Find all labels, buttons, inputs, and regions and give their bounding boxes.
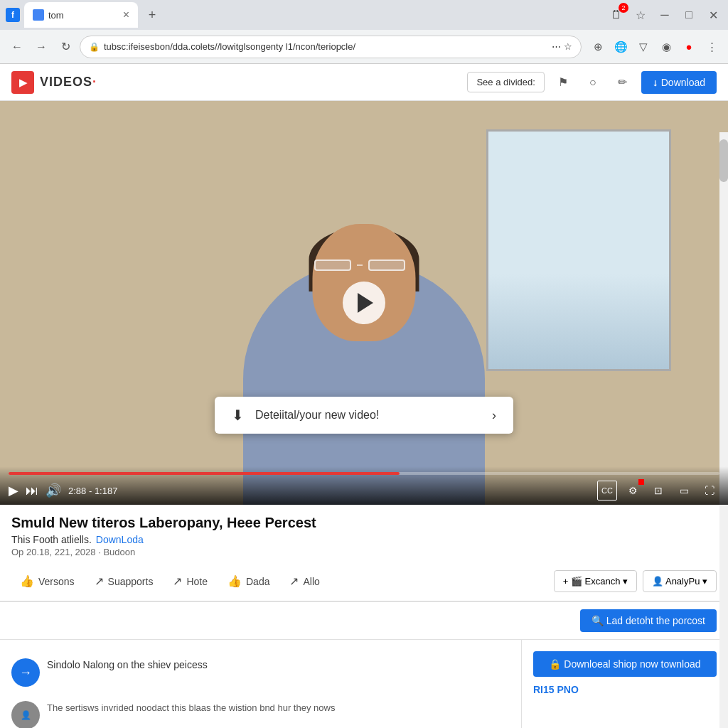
dada-label: Dada: [246, 576, 269, 587]
comment-avatar-2: 👤: [11, 701, 40, 728]
sidebar-tag: RI15 PNO: [533, 684, 717, 695]
videos-logo-icon: ▶: [11, 71, 34, 94]
versons-icon: 👍: [20, 574, 34, 588]
analytics-button[interactable]: 👤 AnalyPu ▾: [643, 570, 717, 592]
versons-label: Versons: [38, 576, 75, 587]
comment-item-2: 👤 The sertisws invrided noodact this bla…: [11, 694, 510, 728]
banner-arrow-icon: ›: [492, 408, 496, 423]
video-subtitle: This Footh atliells. DownLoda: [11, 534, 717, 545]
next-button[interactable]: ⏭: [26, 483, 38, 498]
circle-icon[interactable]: ◉: [657, 38, 675, 56]
logo-dot: ·: [92, 75, 97, 89]
header-download-button[interactable]: ↓ ↓ Download: [641, 71, 717, 94]
videos-header: ▶ VIDEOS· See a divided: ⚑ ○ ✏ ↓ ↓ Downl…: [0, 64, 728, 101]
action-allo[interactable]: ↗ Allo: [281, 569, 328, 594]
suapports-label: Suapports: [108, 576, 154, 587]
suapports-icon: ↗: [95, 574, 104, 588]
scrollbar-thumb[interactable]: [719, 139, 728, 182]
browser-tab[interactable]: tom ×: [24, 2, 138, 28]
browser-window-controls: 🗒 2 ☆ ─ □ ✕: [607, 6, 722, 24]
download-banner[interactable]: ⬇ Deteiital/your new video! ›: [215, 397, 513, 434]
person-glasses: [314, 259, 414, 272]
bookmark-icon[interactable]: ⋯: [552, 41, 561, 52]
sidebar-download-button[interactable]: 🔒 Downloeal shiop now townload: [533, 651, 717, 677]
forward-button[interactable]: →: [31, 37, 51, 57]
tab-favicon: [33, 9, 44, 21]
star-icon[interactable]: ☆: [564, 41, 572, 52]
sidebar-column: 🔒 Downloeal shiop now townload RI15 PNO: [522, 640, 728, 728]
settings-button[interactable]: ⚙: [623, 481, 643, 500]
notifications-button[interactable]: 🗒 2: [607, 6, 626, 24]
bottom-section: → Sindolo Nalong on the shiev peicess 👤 …: [0, 640, 728, 728]
load-porcost-button[interactable]: 🔍 Lad detoht the porcost: [580, 609, 717, 632]
filter-icon[interactable]: ▽: [634, 38, 653, 56]
comment-avatar-1: →: [11, 658, 40, 687]
page-content: ▶ VIDEOS· See a divided: ⚑ ○ ✏ ↓ ↓ Downl…: [0, 64, 728, 728]
videos-logo-text: VIDEOS·: [40, 75, 97, 90]
volume-button[interactable]: 🔊: [46, 483, 61, 498]
lock-icon: 🔒: [89, 42, 100, 52]
dada-icon: 👍: [228, 574, 242, 588]
banner-download-icon: ⬇: [232, 407, 244, 424]
browser-titlebar: f tom × + 🗒 2 ☆ ─ □ ✕: [0, 0, 728, 30]
new-tab-button[interactable]: +: [142, 5, 162, 25]
hote-icon: ↗: [173, 574, 182, 588]
back-button[interactable]: ←: [7, 37, 27, 57]
fullscreen-button[interactable]: ⛶: [700, 481, 719, 500]
load-button-row: 🔍 Lad detoht the porcost: [0, 602, 728, 640]
action-dada[interactable]: 👍 Dada: [219, 569, 278, 594]
video-meta: Op 20.18, 221, 2028 · Budoon: [11, 547, 717, 557]
comment-text-2: The sertisws invrided noodact this blaas…: [47, 701, 335, 714]
progress-bar-fill: [9, 472, 400, 475]
minimize-button[interactable]: ─: [655, 6, 674, 24]
tab-title: tom: [48, 10, 64, 21]
expand-button[interactable]: + 🎬 Excanch ▾: [554, 570, 637, 592]
address-bar-actions: ⋯ ☆: [552, 41, 572, 52]
bookmark-star-button[interactable]: ☆: [631, 6, 650, 24]
play-triangle-icon: [358, 293, 373, 313]
maximize-button[interactable]: □: [680, 6, 698, 24]
videos-logo: ▶ VIDEOS·: [11, 71, 97, 94]
allo-icon: ↗: [289, 574, 299, 588]
video-actions-row: 👍 Versons ↗ Suapports ↗ Hote 👍 Dada ↗ Al…: [0, 562, 728, 602]
progress-bar[interactable]: [9, 472, 719, 475]
action-right-buttons: + 🎬 Excanch ▾ 👤 AnalyPu ▾: [554, 570, 717, 592]
pencil-icon[interactable]: ✏: [611, 71, 634, 94]
video-container: ⬇ Deteiital/your new video! › ▶ ⏭ 🔊 2:88…: [0, 101, 728, 505]
hote-label: Hote: [186, 576, 208, 587]
refresh-button[interactable]: ↻: [55, 37, 75, 57]
browser-toolbar: ← → ↻ 🔒 tubsc:ifeisesbon/dda.colets//low…: [0, 30, 728, 64]
cc-button[interactable]: CC: [597, 481, 617, 500]
allo-label: Allo: [303, 576, 319, 587]
close-button[interactable]: ✕: [704, 6, 722, 24]
red-icon[interactable]: ●: [680, 38, 698, 56]
address-text: tubsc:ifeisesbon/dda.colets//lowitglsong…: [104, 41, 547, 52]
banner-text: Deteiital/your new video!: [255, 409, 481, 422]
menu-icon[interactable]: ⋮: [702, 38, 721, 56]
action-versons[interactable]: 👍 Versons: [11, 569, 83, 594]
video-title: Smuld New titeros Laberopany, Heee Perce…: [11, 515, 717, 531]
circle-outline-icon[interactable]: ○: [582, 71, 604, 94]
toolbar-right: ⊕ 🌐 ▽ ◉ ● ⋮: [589, 38, 721, 56]
address-bar[interactable]: 🔒 tubsc:ifeisesbon/dda.colets//lowitglso…: [80, 36, 582, 58]
extensions-icon[interactable]: ⊕: [589, 38, 607, 56]
subtitle-link[interactable]: DownLoda: [96, 534, 144, 545]
pip-button[interactable]: ⊡: [648, 481, 668, 500]
scrollbar[interactable]: [719, 132, 728, 728]
play-pause-button[interactable]: ▶: [9, 483, 18, 498]
controls-row: ▶ ⏭ 🔊 2:88 - 1:187 CC ⚙ ⊡ ▭ ⛶: [9, 481, 719, 500]
action-hote[interactable]: ↗ Hote: [164, 569, 216, 594]
comments-column: → Sindolo Nalong on the shiev peicess 👤 …: [0, 640, 522, 728]
browser-favicon: f: [6, 8, 20, 22]
flag-icon[interactable]: ⚑: [552, 71, 574, 94]
action-suapports[interactable]: ↗ Suapports: [86, 569, 162, 594]
controls-right: CC ⚙ ⊡ ▭ ⛶: [597, 481, 719, 500]
time-display: 2:88 - 1:187: [68, 486, 117, 496]
tab-close-btn[interactable]: ×: [123, 9, 129, 21]
comment-text-1: Sindolo Nalong on the shiev peicess: [47, 658, 208, 673]
play-button-overlay[interactable]: [343, 282, 385, 324]
globe-icon[interactable]: 🌐: [611, 38, 630, 56]
video-info: Smuld New titeros Laberopany, Heee Perce…: [0, 505, 728, 562]
theater-button[interactable]: ▭: [674, 481, 694, 500]
see-divided-button[interactable]: See a divided:: [467, 72, 544, 92]
